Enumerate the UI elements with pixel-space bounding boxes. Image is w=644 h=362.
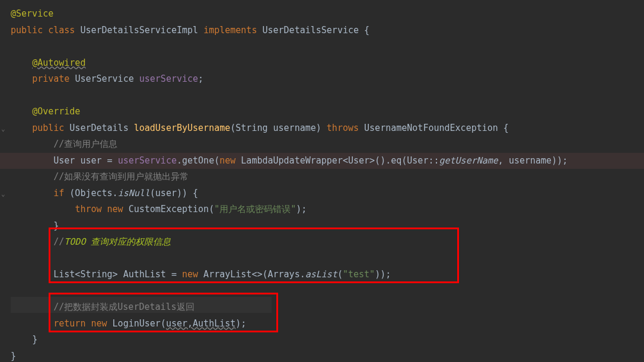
cond-close: (user)) { [150,188,198,198]
close: )); [375,269,391,280]
exception-ctor: CustomException( [123,204,215,214]
class-name: UserDetailsServiceImpl [80,25,198,36]
close: ); [235,318,246,329]
keyword-implements: implements [203,25,257,36]
code-editor[interactable]: @Service public class UserDetailsService… [0,0,644,362]
brace: } [32,334,37,345]
gutter: ⌄ ⌄ [0,0,11,362]
brace: { [498,123,509,133]
args-squiggle: user,AuthList [166,318,235,329]
string-error-msg: "用户名或密码错误" [214,204,296,214]
brace: } [11,351,16,361]
var-user: user [80,155,101,166]
keyword-class: class [48,25,75,36]
loginuser-ctor: LoginUser( [107,318,166,329]
dot: . [177,155,182,166]
brace: { [359,25,369,36]
type-userservice: UserService [75,73,133,84]
comment-return: //把数据封装成UserDetails返回 [53,302,194,312]
fold-marker-if[interactable]: ⌄ [1,188,5,200]
cond-open: (Objects. [64,188,117,198]
comment-not-found: //如果没有查询到用户就抛出异常 [53,171,189,182]
semicolon: ; [198,73,203,84]
param-name: username [273,123,316,133]
keyword-throws: throws [327,123,359,133]
keyword-if: if [53,188,64,198]
tail: , username)); [498,155,568,166]
type-user: User [53,155,75,166]
paren: ) [316,123,321,133]
method-name: loadUserByUsername [134,123,231,133]
close: ); [296,204,307,214]
keyword-public: public [11,25,43,36]
param-type: String [235,123,267,133]
fold-marker-method[interactable]: ⌄ [1,123,5,135]
keyword-new: new [107,204,123,214]
method-ref-colons: :: [428,155,439,166]
paren: ( [230,123,235,133]
exception-type: UsernameNotFoundException [364,123,498,133]
annotation-override: @Override [32,106,80,117]
annotation-service: @Service [11,8,53,19]
todo-comment: TODO 查询对应的权限信息 [64,236,171,247]
keyword-return: return [53,318,85,329]
keyword-private: private [32,73,69,84]
method-isnull: isNull [118,188,150,198]
keyword-new: new [91,318,107,329]
keyword-throw: throw [75,204,101,214]
comment-query-user: //查询用户信息 [53,139,117,149]
field-userservice: userService [139,73,198,84]
method-getone: getOne [182,155,214,166]
paren: ( [214,155,219,166]
interface-name: UserDetailsService [262,25,359,36]
brace: } [53,220,59,231]
list-decl: List<String> AuthList = [53,269,182,280]
method-aslist: asList [305,269,337,280]
keyword-public: public [32,123,64,133]
annotation-autowired: @Autowired [32,57,85,68]
return-type: UserDetails [69,123,128,133]
method-ref: getUserName [439,155,498,166]
equals: = [102,155,118,166]
string-test: "test" [343,269,375,280]
keyword-new: new [219,155,235,166]
wrapper-expr: LambdaUpdateWrapper<User>().eq(User [235,155,428,166]
field-ref: userService [118,155,177,166]
paren: ( [337,269,343,280]
comment-slash: // [53,236,64,247]
keyword-new: new [182,269,198,280]
arraylist: ArrayList<>(Arrays. [198,269,305,280]
